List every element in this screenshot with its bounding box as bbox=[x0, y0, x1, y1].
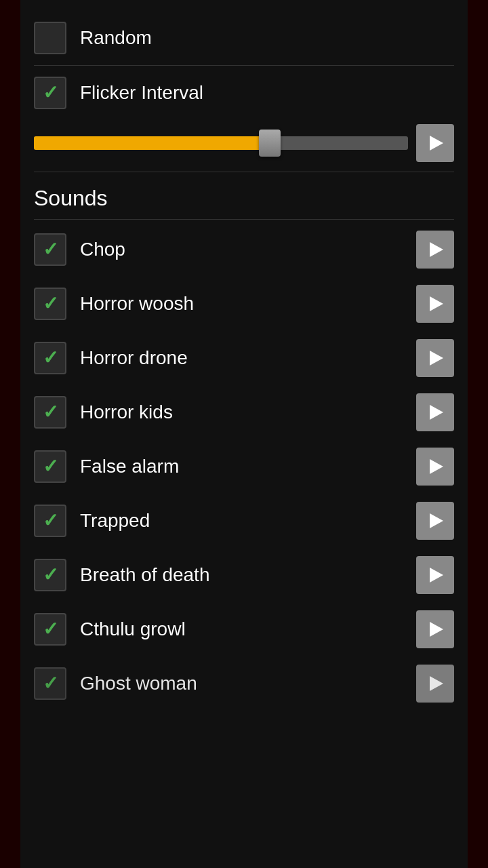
slider-play-button[interactable] bbox=[416, 124, 454, 162]
chop-checkmark-icon: ✓ bbox=[43, 240, 58, 259]
horror-drone-label: Horror drone bbox=[80, 347, 416, 369]
chop-row: ✓ Chop bbox=[20, 222, 468, 277]
chop-label: Chop bbox=[80, 239, 416, 260]
random-label: Random bbox=[80, 27, 454, 49]
trapped-row: ✓ Trapped bbox=[20, 494, 468, 548]
random-checkbox[interactable] bbox=[34, 22, 66, 54]
divider-sounds bbox=[34, 172, 454, 172]
false-alarm-checkbox[interactable]: ✓ bbox=[34, 450, 66, 483]
cthulu-growl-checkbox[interactable]: ✓ bbox=[34, 613, 66, 646]
horror-kids-checkbox[interactable]: ✓ bbox=[34, 396, 66, 429]
false-alarm-label: False alarm bbox=[80, 456, 416, 477]
ghost-woman-play-button[interactable] bbox=[416, 665, 454, 703]
slider-track[interactable] bbox=[34, 136, 408, 150]
horror-kids-label: Horror kids bbox=[80, 401, 416, 423]
slider-fill bbox=[34, 136, 270, 150]
flicker-interval-checkbox[interactable]: ✓ bbox=[34, 77, 66, 109]
breath-of-death-label: Breath of death bbox=[80, 564, 416, 586]
horror-drone-play-button[interactable] bbox=[416, 339, 454, 377]
flicker-interval-label: Flicker Interval bbox=[80, 82, 454, 104]
ghost-woman-play-icon bbox=[430, 676, 443, 691]
horror-drone-play-icon bbox=[430, 351, 443, 366]
breath-of-death-play-button[interactable] bbox=[416, 556, 454, 594]
false-alarm-checkmark-icon: ✓ bbox=[43, 457, 58, 476]
divider-1 bbox=[34, 65, 454, 66]
false-alarm-play-button[interactable] bbox=[416, 448, 454, 486]
breath-of-death-checkmark-icon: ✓ bbox=[43, 566, 58, 585]
sounds-header: Sounds bbox=[20, 175, 468, 216]
horror-kids-row: ✓ Horror kids bbox=[20, 385, 468, 439]
ghost-woman-checkmark-icon: ✓ bbox=[43, 674, 58, 693]
slider-row bbox=[20, 117, 468, 169]
slider-thumb[interactable] bbox=[259, 130, 281, 157]
ghost-woman-checkbox[interactable]: ✓ bbox=[34, 667, 66, 700]
horror-woosh-label: Horror woosh bbox=[80, 293, 416, 315]
cthulu-growl-label: Cthulu growl bbox=[80, 618, 416, 640]
flicker-interval-row: ✓ Flicker Interval bbox=[20, 68, 468, 117]
horror-drone-checkmark-icon: ✓ bbox=[43, 349, 58, 368]
horror-kids-checkmark-icon: ✓ bbox=[43, 403, 58, 422]
horror-woosh-row: ✓ Horror woosh bbox=[20, 277, 468, 331]
false-alarm-row: ✓ False alarm bbox=[20, 439, 468, 494]
cthulu-growl-play-icon bbox=[430, 622, 443, 637]
horror-woosh-checkbox[interactable]: ✓ bbox=[34, 288, 66, 320]
trapped-play-button[interactable] bbox=[416, 502, 454, 540]
cthulu-growl-play-button[interactable] bbox=[416, 610, 454, 648]
divider-sounds-2 bbox=[34, 219, 454, 220]
breath-of-death-checkbox[interactable]: ✓ bbox=[34, 559, 66, 591]
chop-checkbox[interactable]: ✓ bbox=[34, 233, 66, 266]
ghost-woman-row: ✓ Ghost woman bbox=[20, 656, 468, 711]
horror-woosh-checkmark-icon: ✓ bbox=[43, 294, 58, 313]
cthulu-growl-row: ✓ Cthulu growl bbox=[20, 602, 468, 656]
horror-kids-play-button[interactable] bbox=[416, 393, 454, 431]
breath-of-death-row: ✓ Breath of death bbox=[20, 548, 468, 602]
horror-woosh-play-button[interactable] bbox=[416, 285, 454, 323]
trapped-checkmark-icon: ✓ bbox=[43, 511, 58, 530]
chop-play-button[interactable] bbox=[416, 231, 454, 269]
random-row: Random bbox=[20, 14, 468, 62]
horror-drone-checkbox[interactable]: ✓ bbox=[34, 342, 66, 374]
trapped-play-icon bbox=[430, 513, 443, 528]
checkmark-icon: ✓ bbox=[43, 83, 58, 102]
cthulu-growl-checkmark-icon: ✓ bbox=[43, 620, 58, 639]
app-container: Random ✓ Flicker Interval Sounds ✓ Chop bbox=[20, 0, 468, 868]
horror-woosh-play-icon bbox=[430, 296, 443, 311]
ghost-woman-label: Ghost woman bbox=[80, 673, 416, 694]
trapped-label: Trapped bbox=[80, 510, 416, 532]
false-alarm-play-icon bbox=[430, 459, 443, 474]
horror-kids-play-icon bbox=[430, 405, 443, 420]
trapped-checkbox[interactable]: ✓ bbox=[34, 505, 66, 537]
breath-of-death-play-icon bbox=[430, 568, 443, 583]
chop-play-icon bbox=[430, 242, 443, 257]
horror-drone-row: ✓ Horror drone bbox=[20, 331, 468, 385]
play-icon bbox=[430, 136, 443, 151]
